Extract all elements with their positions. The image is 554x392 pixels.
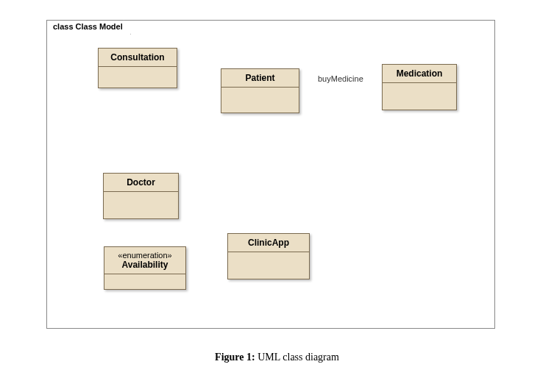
class-availability-stereotype: «enumeration» xyxy=(109,251,181,260)
figure-caption-strong: Figure 1: xyxy=(215,352,255,363)
figure-caption-text: UML class diagram xyxy=(255,352,339,363)
class-availability-name: Availability xyxy=(122,260,168,270)
diagram-canvas: Patient : dependency dashed + open arrow… xyxy=(0,0,554,392)
class-patient-name: Patient xyxy=(221,69,299,88)
class-consultation-name: Consultation xyxy=(99,49,177,67)
class-clinicapp-name: ClinicApp xyxy=(228,234,309,252)
class-medication-body xyxy=(383,83,456,110)
figure-caption: Figure 1: UML class diagram xyxy=(0,352,554,363)
class-medication-name: Medication xyxy=(383,65,456,83)
assoc-label-buymedicine: buyMedicine xyxy=(318,74,363,83)
class-consultation-body xyxy=(99,67,177,88)
class-patient: Patient xyxy=(221,68,299,113)
frame-title: class Class Model xyxy=(46,20,131,35)
class-consultation: Consultation xyxy=(98,48,177,88)
class-clinicapp-body xyxy=(228,252,309,279)
class-availability-body xyxy=(104,274,185,289)
class-doctor-name: Doctor xyxy=(104,174,178,192)
class-availability: «enumeration» Availability xyxy=(104,246,186,290)
class-clinicapp: ClinicApp xyxy=(227,233,310,279)
class-doctor-body xyxy=(104,192,178,218)
class-availability-head: «enumeration» Availability xyxy=(104,247,185,274)
class-medication: Medication xyxy=(382,64,457,110)
class-patient-body xyxy=(221,88,299,113)
class-doctor: Doctor xyxy=(103,173,179,219)
